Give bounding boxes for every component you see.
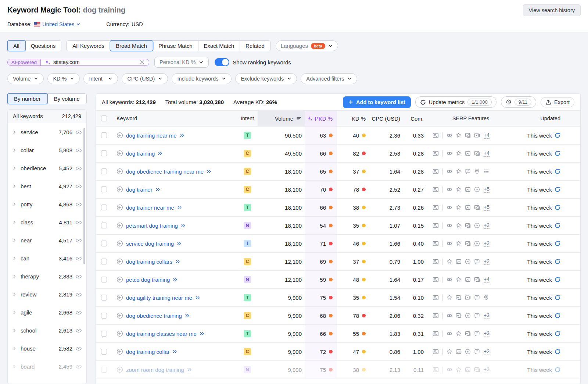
- keyword-group-item[interactable]: can 3,416: [8, 249, 86, 267]
- open-keyword-icon[interactable]: [181, 223, 186, 228]
- refresh-keyword-icon[interactable]: [555, 223, 560, 228]
- add-keyword-icon[interactable]: [116, 168, 123, 175]
- header-intent[interactable]: Intent: [237, 111, 258, 126]
- serp-preview-icon[interactable]: [433, 205, 439, 211]
- tab-phrase-match[interactable]: Phrase Match: [153, 41, 198, 51]
- keyword-group-item[interactable]: best 4,927: [8, 177, 86, 195]
- eye-icon[interactable]: [75, 291, 82, 298]
- open-keyword-icon[interactable]: [200, 331, 205, 336]
- serp-preview-icon[interactable]: [433, 132, 439, 139]
- serp-more-count[interactable]: +3: [484, 366, 490, 373]
- header-pkd[interactable]: PKD %: [305, 111, 337, 126]
- add-keyword-icon[interactable]: [116, 366, 123, 373]
- add-keyword-icon[interactable]: [116, 330, 123, 337]
- row-checkbox[interactable]: [101, 150, 107, 156]
- row-checkbox[interactable]: [101, 205, 107, 210]
- refresh-keyword-icon[interactable]: [555, 367, 560, 373]
- eye-icon[interactable]: [75, 309, 82, 316]
- keyword-link[interactable]: dog training near me: [126, 132, 177, 139]
- keyword-link[interactable]: dog obedience training near me: [126, 168, 204, 175]
- open-keyword-icon[interactable]: [158, 151, 163, 156]
- serp-more-count[interactable]: +2: [484, 258, 490, 264]
- open-keyword-icon[interactable]: [177, 205, 182, 210]
- add-keyword-icon[interactable]: [116, 222, 123, 229]
- serp-preview-icon[interactable]: [433, 150, 439, 157]
- open-keyword-icon[interactable]: [195, 295, 200, 300]
- add-keyword-icon[interactable]: [116, 276, 123, 283]
- serp-preview-icon[interactable]: [433, 186, 439, 193]
- keyword-group-item[interactable]: board 2,459: [8, 358, 86, 376]
- view-search-history-button[interactable]: View search history: [523, 4, 581, 16]
- keyword-group-item[interactable]: class 4,811: [8, 213, 86, 231]
- select-all-checkbox[interactable]: [101, 115, 107, 121]
- eye-icon[interactable]: [75, 201, 82, 208]
- filter-include-keywords[interactable]: Include keywords: [172, 73, 232, 84]
- keyword-group-item[interactable]: potty 4,868: [8, 195, 86, 213]
- update-metrics-button[interactable]: Update metrics 1/1,000: [415, 96, 496, 108]
- header-updated[interactable]: Updated: [514, 111, 580, 126]
- keyword-link[interactable]: petsmart dog training: [126, 223, 178, 229]
- serp-more-count[interactable]: +2: [484, 240, 490, 246]
- row-checkbox[interactable]: [101, 277, 107, 282]
- add-keyword-icon[interactable]: [116, 150, 123, 157]
- refresh-keyword-icon[interactable]: [555, 349, 560, 355]
- row-checkbox[interactable]: [101, 349, 107, 355]
- open-keyword-icon[interactable]: [175, 259, 180, 264]
- serp-preview-icon[interactable]: [433, 331, 439, 337]
- open-keyword-icon[interactable]: [207, 169, 212, 174]
- add-keyword-icon[interactable]: [116, 240, 123, 247]
- row-checkbox[interactable]: [101, 331, 107, 337]
- filter-exclude-keywords[interactable]: Exclude keywords: [235, 73, 297, 84]
- add-keyword-icon[interactable]: [116, 312, 123, 319]
- keyword-group-item[interactable]: service 7,706: [8, 123, 86, 141]
- row-checkbox[interactable]: [101, 259, 107, 264]
- serp-preview-icon[interactable]: [433, 241, 439, 247]
- refresh-keyword-icon[interactable]: [555, 150, 560, 156]
- serp-more-count[interactable]: +4: [484, 150, 490, 156]
- tab-related[interactable]: Related: [240, 41, 270, 51]
- keyword-group-item[interactable]: school 2,613: [8, 321, 86, 339]
- keyword-link[interactable]: service dog training: [126, 241, 174, 247]
- row-checkbox[interactable]: [101, 186, 107, 192]
- refresh-keyword-icon[interactable]: [555, 205, 560, 210]
- refresh-keyword-icon[interactable]: [555, 295, 560, 301]
- keyword-link[interactable]: petco dog training: [126, 277, 170, 283]
- row-checkbox[interactable]: [101, 313, 107, 319]
- eye-icon[interactable]: [75, 165, 82, 172]
- filter-cpc[interactable]: CPC (USD): [122, 73, 168, 84]
- serp-preview-icon[interactable]: [433, 223, 439, 229]
- keyword-group-item[interactable]: obedience 5,452: [8, 159, 86, 177]
- serp-more-count[interactable]: +3: [484, 312, 490, 319]
- open-keyword-icon[interactable]: [187, 367, 192, 372]
- serp-more-count[interactable]: +4: [484, 132, 490, 138]
- header-serp-features[interactable]: SERP Features: [427, 111, 514, 126]
- serp-preview-icon[interactable]: [433, 277, 439, 283]
- header-kd[interactable]: KD %: [337, 111, 369, 126]
- filter-kd[interactable]: KD %: [47, 73, 80, 84]
- refresh-keyword-icon[interactable]: [555, 186, 560, 192]
- refresh-keyword-icon[interactable]: [555, 241, 560, 246]
- tab-by-volume[interactable]: By volume: [47, 94, 87, 104]
- keyword-group-item[interactable]: collar 5,808: [8, 141, 86, 159]
- serp-preview-icon[interactable]: [433, 259, 439, 265]
- serp-more-count[interactable]: +3: [484, 330, 490, 337]
- keyword-link[interactable]: dog training collars: [126, 259, 172, 265]
- eye-icon[interactable]: [75, 237, 82, 244]
- eye-icon[interactable]: [75, 273, 82, 280]
- domain-input[interactable]: [53, 59, 137, 65]
- filter-advanced[interactable]: Advanced filters: [301, 73, 357, 84]
- eye-icon[interactable]: [75, 147, 82, 154]
- serp-preview-icon[interactable]: [433, 313, 439, 319]
- add-keyword-icon[interactable]: [116, 258, 123, 265]
- open-keyword-icon[interactable]: [180, 133, 185, 138]
- refresh-keyword-icon[interactable]: [555, 168, 560, 174]
- keyword-link[interactable]: dog training classes near me: [126, 331, 197, 337]
- show-ranking-toggle[interactable]: [215, 58, 229, 66]
- eye-icon[interactable]: [75, 363, 82, 370]
- serp-more-count[interactable]: +4: [484, 276, 490, 282]
- languages-dropdown[interactable]: Languages beta: [276, 40, 338, 51]
- header-com[interactable]: Com.: [403, 111, 427, 126]
- eye-icon[interactable]: [75, 129, 82, 136]
- export-button[interactable]: Export: [541, 97, 574, 107]
- refresh-keyword-icon[interactable]: [555, 259, 560, 264]
